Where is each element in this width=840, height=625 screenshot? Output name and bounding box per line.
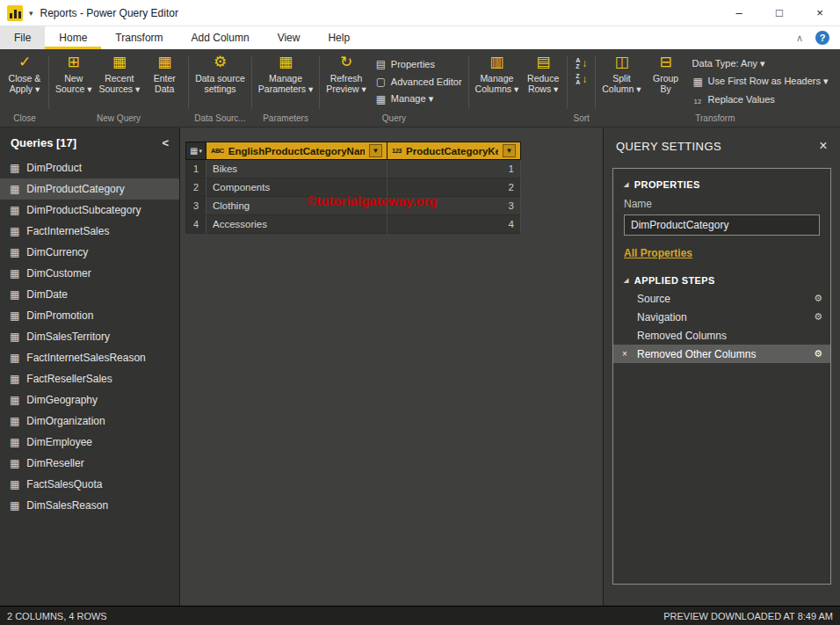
ribbon-group-manage-columns: ▥ Manage Columns ▾ [472, 49, 523, 127]
applied-step[interactable]: ×Removed Other Columns⚙ [613, 345, 830, 363]
sidebar-item-FactResellerSales[interactable]: ▦FactResellerSales [0, 368, 179, 389]
manage-columns-button[interactable]: ▥ Manage Columns ▾ [472, 52, 523, 94]
sidebar-item-DimSalesTerritory[interactable]: ▦DimSalesTerritory [0, 326, 179, 347]
sort-ascending-button[interactable]: A Z ↓ [576, 57, 587, 69]
step-settings-gear-icon[interactable]: ⚙ [814, 311, 822, 323]
group-divider [319, 56, 320, 109]
ribbon-group-sort: A Z ↓ Z A ↓ Sort [570, 49, 592, 127]
sidebar-item-DimProduct[interactable]: ▦DimProduct [0, 157, 179, 178]
applied-steps-section-header[interactable]: ◢ APPLIED STEPS [624, 275, 820, 286]
advanced-editor-button[interactable]: ▢ Advanced Editor [375, 74, 462, 89]
step-settings-gear-icon[interactable]: ⚙ [814, 293, 822, 304]
sidebar-item-DimEmployee[interactable]: ▦DimEmployee [0, 432, 179, 453]
preview-area: ▦ ▾ ABC EnglishProductCategoryName ▼ 123… [180, 127, 603, 606]
use-first-row-as-headers-button[interactable]: ▦ Use First Row as Headers ▾ [692, 74, 829, 89]
data-grid: ▦ ▾ ABC EnglishProductCategoryName ▼ 123… [185, 142, 521, 234]
data-type-button[interactable]: Data Type: Any ▾ [692, 56, 829, 71]
sidebar-item-DimProductSubcategory[interactable]: ▦DimProductSubcategory [0, 200, 179, 221]
table-cell[interactable]: 2 [387, 178, 521, 197]
sidebar-item-label: FactSalesQuota [26, 478, 102, 491]
row-number[interactable]: 3 [185, 197, 206, 215]
help-icon[interactable]: ? [815, 31, 829, 45]
new-source-button[interactable]: ⊞ New Source ▾ [52, 52, 95, 94]
group-divider [567, 56, 568, 109]
reduce-rows-button[interactable]: ▤ Reduce Rows ▾ [522, 52, 564, 94]
step-settings-gear-icon[interactable]: ⚙ [814, 348, 822, 360]
applied-step[interactable]: Source⚙ [613, 289, 830, 308]
column-header-product-category-key[interactable]: 123 ProductCategoryKey ▼ [387, 142, 521, 160]
manage-parameters-icon: ▦ [279, 54, 293, 71]
column-header-english-product-category-name[interactable]: ABC EnglishProductCategoryName ▼ [206, 142, 387, 160]
group-label-close: Close [4, 113, 46, 127]
group-divider [595, 56, 596, 109]
sidebar-item-DimOrganization[interactable]: ▦DimOrganization [0, 411, 179, 432]
tab-file[interactable]: File [0, 26, 45, 49]
tab-view[interactable]: View [264, 26, 315, 49]
close-pane-icon[interactable]: × [819, 138, 828, 154]
filter-dropdown-icon[interactable]: ▼ [369, 144, 382, 157]
query-settings-pane: QUERY SETTINGS × ◢ PROPERTIES Name DimPr… [603, 127, 840, 606]
close-and-apply-button[interactable]: ✓ Close & Apply ▾ [4, 52, 46, 94]
group-divider [188, 56, 189, 109]
tab-home[interactable]: Home [45, 26, 101, 49]
sidebar-item-FactInternetSalesReason[interactable]: ▦FactInternetSalesReason [0, 347, 179, 368]
row-number[interactable]: 1 [185, 160, 206, 178]
split-column-button[interactable]: ◫ Split Column ▾ [598, 52, 644, 94]
properties-icon: ▤ [375, 58, 387, 70]
select-all-corner[interactable]: ▦ ▾ [185, 142, 206, 160]
sidebar-item-label: DimProductCategory [26, 183, 124, 195]
tab-transform[interactable]: Transform [101, 26, 177, 49]
manage-parameters-button[interactable]: ▦ Manage Parameters ▾ [255, 52, 316, 94]
table-cell[interactable]: Bikes [206, 160, 387, 178]
remove-step-icon[interactable]: × [622, 349, 637, 359]
applied-step[interactable]: Removed Columns [613, 326, 830, 345]
sidebar-item-FactSalesQuota[interactable]: ▦FactSalesQuota [0, 474, 179, 495]
table-cell[interactable]: 3 [387, 197, 521, 215]
table-cell[interactable]: 4 [387, 215, 521, 234]
query-name-input[interactable]: DimProductCategory [624, 214, 820, 236]
sidebar-item-DimDate[interactable]: ▦DimDate [0, 284, 179, 305]
sidebar-item-DimPromotion[interactable]: ▦DimPromotion [0, 305, 179, 326]
enter-data-button[interactable]: ▦ Enter Data [143, 52, 185, 94]
maximize-button[interactable]: □ [759, 0, 800, 26]
sidebar-item-label: FactInternetSales [26, 225, 109, 237]
tab-add-column[interactable]: Add Column [177, 26, 264, 49]
sidebar-item-DimSalesReason[interactable]: ▦DimSalesReason [0, 495, 179, 516]
refresh-preview-button[interactable]: ↻ Refresh Preview ▾ [322, 52, 370, 94]
properties-section-header[interactable]: ◢ PROPERTIES [624, 179, 820, 190]
sidebar-item-DimCustomer[interactable]: ▦DimCustomer [0, 263, 179, 284]
quick-access-caret-icon[interactable]: ▾ [29, 9, 33, 18]
sidebar-item-DimProductCategory[interactable]: ▦DimProductCategory [0, 178, 179, 200]
sidebar-item-FactInternetSales[interactable]: ▦FactInternetSales [0, 221, 179, 242]
manage-button[interactable]: ▦ Manage ▾ [375, 91, 462, 106]
sidebar-item-DimCurrency[interactable]: ▦DimCurrency [0, 242, 179, 263]
properties-button[interactable]: ▤ Properties [375, 56, 462, 71]
sidebar-item-DimGeography[interactable]: ▦DimGeography [0, 389, 179, 411]
applied-step[interactable]: Navigation⚙ [613, 308, 830, 326]
replace-values-button[interactable]: ₁₂ Replace Values [692, 91, 829, 106]
step-label: Removed Other Columns [637, 348, 756, 360]
sort-descending-button[interactable]: Z A ↓ [576, 73, 587, 85]
data-source-settings-button[interactable]: ⚙ Data source settings [192, 52, 249, 94]
row-number[interactable]: 4 [185, 215, 206, 234]
table-cell[interactable]: Components [206, 178, 387, 197]
table-icon: ▦ [10, 499, 19, 512]
row-number[interactable]: 2 [185, 178, 206, 197]
all-properties-link[interactable]: All Properties [624, 247, 692, 259]
tab-help[interactable]: Help [314, 26, 364, 49]
sidebar-item-DimReseller[interactable]: ▦DimReseller [0, 453, 179, 474]
table-cell[interactable]: Clothing [206, 197, 387, 215]
step-label: Navigation [637, 311, 687, 323]
title-bar: ▾ Reports - Power Query Editor – □ × [0, 0, 840, 26]
grid-body: 1Bikes12Components23Clothing34Accessorie… [185, 160, 521, 234]
group-by-button[interactable]: ⊟ Group By [645, 52, 687, 94]
filter-dropdown-icon[interactable]: ▼ [503, 144, 516, 157]
ribbon-group-query: ↻ Refresh Preview ▾ ▤ Properties ▢ Advan… [322, 49, 465, 127]
table-cell[interactable]: 1 [387, 160, 521, 178]
minimize-button[interactable]: – [719, 0, 759, 26]
collapse-pane-icon[interactable]: < [162, 136, 169, 149]
table-cell[interactable]: Accessories [206, 215, 387, 234]
close-button[interactable]: × [800, 0, 840, 26]
recent-sources-button[interactable]: ▦ Recent Sources ▾ [95, 52, 143, 94]
collapse-ribbon-icon[interactable]: ∧ [796, 33, 803, 44]
